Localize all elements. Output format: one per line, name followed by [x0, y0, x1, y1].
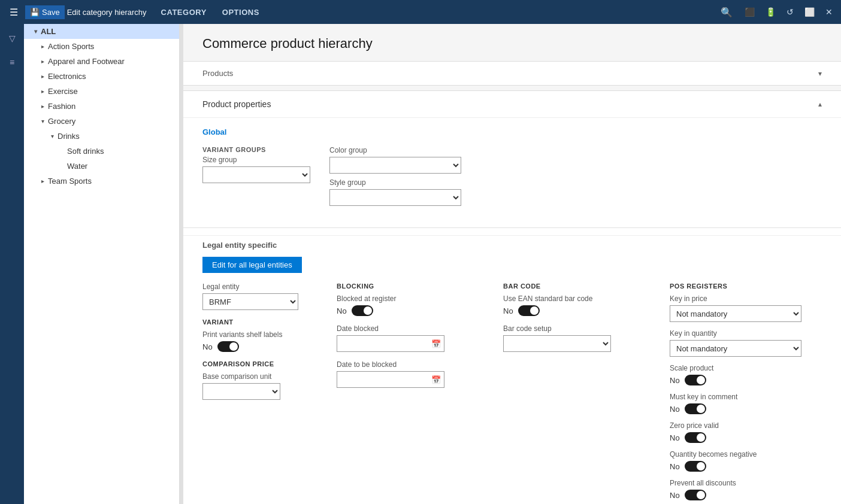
edit-for-all-legal-entities-button[interactable]: Edit for all legal entities [202, 257, 302, 273]
tree-arrow-apparel [38, 57, 47, 66]
scale-product-label: Scale product [670, 364, 822, 372]
save-label: Save [42, 8, 60, 17]
print-variants-label: Print variants shelf labels [202, 330, 322, 339]
tree-arrow-drinks [48, 132, 56, 141]
tree-item-drinks[interactable]: Drinks [24, 129, 179, 144]
blocked-at-register-toggle[interactable] [352, 305, 373, 316]
tree-item-exercise-label: Exercise [48, 87, 78, 96]
variant-groups-col: VARIANT GROUPS Size group [202, 146, 310, 206]
zero-price-valid-toggle[interactable] [685, 432, 706, 443]
tree-item-grocery[interactable]: Grocery [24, 114, 179, 129]
battery-icon[interactable]: 🔋 [762, 5, 779, 19]
product-properties-header[interactable]: Product properties ▴ [183, 91, 841, 118]
hamburger-icon: ☰ [10, 7, 18, 18]
bar-code-setup-select[interactable] [503, 335, 611, 352]
scale-product-toggle[interactable] [685, 375, 706, 385]
key-in-price-select[interactable]: Not mandatory Mandatory Must not key in [670, 305, 801, 322]
global-label: Global [202, 127, 822, 136]
scale-product-value: No [670, 376, 680, 385]
tree-item-action-sports-label: Action Sports [48, 42, 94, 51]
quantity-negative-value: No [670, 462, 680, 471]
legal-entity-col: Legal entity BRMF VARIANT Print variants… [202, 283, 322, 504]
legal-entity-select[interactable]: BRMF [202, 293, 298, 310]
tree-item-electronics[interactable]: Electronics [24, 69, 179, 84]
main-content-area: Commerce product hierarchy Products ▾ Pr… [183, 24, 841, 504]
print-variants-toggle-row: No [202, 341, 322, 352]
save-button[interactable]: 💾 Save [25, 5, 65, 19]
quantity-negative-label: Quantity becomes negative [670, 450, 822, 459]
size-group-select[interactable] [202, 166, 310, 183]
zero-price-valid-toggle-row: No [670, 432, 822, 443]
nav-category[interactable]: CATEGORY [154, 5, 214, 19]
blocked-at-register-toggle-row: No [337, 305, 489, 316]
tree-item-action-sports[interactable]: Action Sports [24, 39, 179, 54]
page-title: Commerce product hierarchy [202, 36, 822, 51]
restore-icon[interactable]: ⬜ [801, 5, 818, 19]
top-nav: CATEGORY OPTIONS [154, 5, 267, 19]
tree-item-grocery-label: Grocery [48, 117, 75, 126]
use-ean-toggle[interactable] [518, 305, 540, 316]
blocking-col: BLOCKING Blocked at register No Date blo… [337, 283, 489, 504]
tree-item-team-sports[interactable]: Team Sports [24, 174, 179, 189]
tree-item-all[interactable]: ALL [24, 24, 179, 39]
base-comparison-unit-select[interactable] [202, 383, 280, 400]
style-group-select[interactable] [329, 189, 461, 206]
prevent-all-discounts-toggle-row: No [670, 490, 822, 500]
pos-registers-col: POS REGISTERS Key in price Not mandatory… [670, 283, 822, 504]
tree-item-electronics-label: Electronics [48, 72, 86, 81]
office-icon[interactable]: ⬛ [741, 5, 758, 19]
must-key-comment-toggle[interactable] [685, 403, 706, 414]
tree-arrow-exercise [38, 87, 47, 96]
tree-item-team-sports-label: Team Sports [48, 177, 92, 186]
tree-item-water[interactable]: Water [24, 159, 179, 174]
must-key-comment-toggle-row: No [670, 403, 822, 414]
date-blocked-input[interactable] [337, 335, 444, 352]
size-group-label: Size group [202, 156, 310, 164]
pos-registers-label: POS REGISTERS [670, 283, 822, 290]
tree-item-exercise[interactable]: Exercise [24, 84, 179, 99]
quantity-negative-toggle-row: No [670, 461, 822, 472]
tree-item-drinks-label: Drinks [58, 132, 80, 141]
global-section: Global VARIANT GROUPS Size group Color g… [183, 118, 841, 220]
key-in-quantity-select[interactable]: Not mandatory Mandatory Must not key in [670, 340, 801, 357]
hamburger-menu-button[interactable]: ☰ [5, 4, 23, 20]
main-layout: ▽ ≡ ALL Action Sports Apparel and Footwe… [0, 24, 841, 504]
scale-product-toggle-row: No [670, 375, 822, 385]
legal-entity-section: Legal entity specific Edit for all legal… [183, 235, 841, 504]
print-variants-toggle[interactable] [217, 341, 239, 352]
variant-groups-field-group: VARIANT GROUPS Size group Color group St… [202, 146, 822, 206]
color-group-select[interactable] [329, 157, 461, 174]
products-section-header[interactable]: Products ▾ [183, 61, 841, 86]
color-style-groups-col: Color group Style group [329, 146, 461, 206]
tree-arrow-water [58, 162, 66, 171]
base-comparison-unit-label: Base comparison unit [202, 372, 322, 381]
nav-options[interactable]: OPTIONS [215, 5, 267, 19]
legal-entity-grid: Legal entity BRMF VARIANT Print variants… [202, 283, 822, 504]
prevent-all-discounts-toggle[interactable] [685, 490, 706, 500]
tree-arrow-all [31, 28, 40, 36]
legal-entity-field-label: Legal entity [202, 283, 322, 291]
tree-item-soft-drinks[interactable]: Soft drinks [24, 144, 179, 159]
list-icon[interactable]: ≡ [2, 53, 22, 72]
barcode-col: BAR CODE Use EAN standard bar code No Ba… [503, 283, 655, 504]
key-in-price-label: Key in price [670, 294, 822, 303]
tree-item-fashion[interactable]: Fashion [24, 99, 179, 114]
product-properties-section: Product properties ▴ Global VARIANT GROU… [183, 90, 841, 504]
zero-price-valid-label: Zero price valid [670, 421, 822, 430]
search-icon[interactable]: 🔍 [716, 4, 737, 20]
bar-code-label: BAR CODE [503, 283, 655, 290]
tree-item-apparel[interactable]: Apparel and Footwear [24, 54, 179, 69]
refresh-icon[interactable]: ↺ [783, 5, 797, 19]
topbar: ☰ 💾 Save Edit category hierarchy CATEGOR… [0, 0, 841, 24]
tree-item-fashion-label: Fashion [48, 102, 75, 111]
tree-arrow-team-sports [38, 177, 47, 186]
close-icon[interactable]: ✕ [822, 5, 836, 19]
comparison-price-label: COMPARISON PRICE [202, 360, 322, 368]
product-properties-title: Product properties [202, 99, 271, 109]
date-to-be-blocked-input[interactable] [337, 371, 444, 388]
filter-icon[interactable]: ▽ [2, 29, 22, 48]
date-blocked-calendar-icon: 📅 [431, 339, 441, 348]
quantity-negative-toggle[interactable] [685, 461, 706, 472]
products-chevron-icon: ▾ [818, 69, 822, 78]
blocked-at-register-label: Blocked at register [337, 294, 489, 303]
